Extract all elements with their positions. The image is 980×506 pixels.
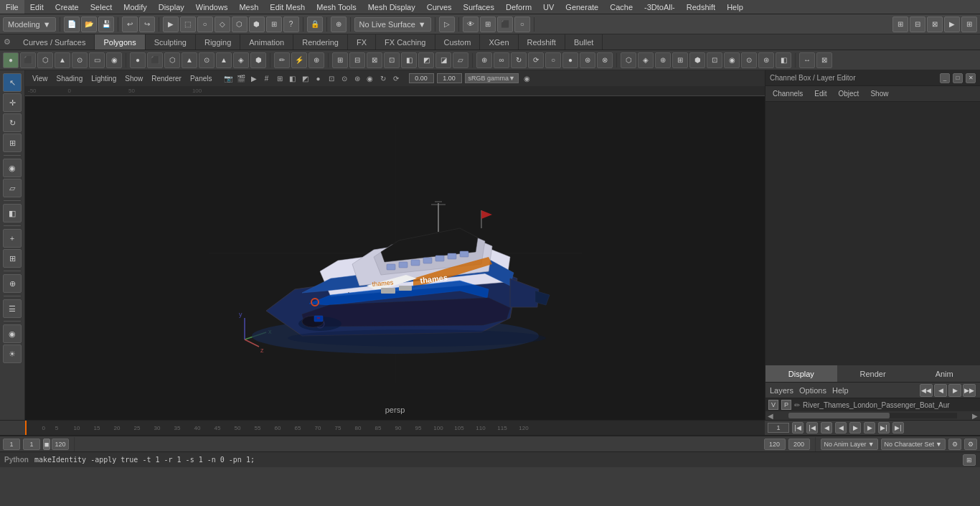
anim4-btn[interactable]: ⊡ [384,52,400,68]
timeline-ruler[interactable]: 0 5 10 15 20 25 30 35 40 45 50 55 60 65 … [0,420,980,436]
render2-btn[interactable]: 👁 [463,17,479,32]
menu-mesh-display[interactable]: Mesh Display [362,0,421,14]
paint-tool-btn[interactable]: ☰ [3,299,22,318]
no-anim-layer-dropdown[interactable]: No Anim Layer ▼ [821,439,878,450]
mirror2-btn[interactable]: ⊠ [816,52,832,68]
layer-prev-btn[interactable]: ◀◀ [920,384,933,397]
go-end-btn[interactable]: ▶| [892,422,904,434]
go-start-btn[interactable]: |◀ [792,422,804,434]
shape4-btn[interactable]: ⬡ [164,52,180,68]
translate-field[interactable] [409,73,434,83]
cam2-icon[interactable]: 🎬 [235,72,247,84]
snap-btn[interactable]: ◉ [3,159,22,177]
menu-edit-mesh[interactable]: Edit Mesh [264,0,311,14]
plane-btn[interactable]: ▭ [89,52,105,68]
history-btn[interactable]: ◧ [3,204,22,222]
timeline-track[interactable]: 0 5 10 15 20 25 30 35 40 45 50 55 60 65 … [25,421,765,435]
component-btn[interactable]: ⊕ [3,274,22,293]
menu-cache[interactable]: Cache [604,0,639,14]
region-icon[interactable]: ↻ [377,72,389,84]
shape9-btn[interactable]: ⬢ [250,52,266,68]
menu-curves[interactable]: Curves [421,0,458,14]
cone-btn[interactable]: ▲ [55,52,70,68]
play-back-btn[interactable]: ◀ [835,422,847,434]
lasso-btn[interactable]: ⬚ [180,17,196,32]
tool2-btn[interactable]: ⬡ [232,17,248,32]
layout-btn2[interactable]: ⊟ [910,17,925,32]
tab-sculpting[interactable]: Sculpting [146,34,196,50]
layout-btn1[interactable]: ⊞ [892,17,908,32]
mirror1-btn[interactable]: ↔ [799,52,815,68]
playback-end-input[interactable] [764,439,786,450]
camera-btn[interactable]: ◉ [3,324,22,343]
paint-btn[interactable]: ○ [197,17,213,32]
fps-input[interactable] [788,439,810,450]
scroll-track[interactable] [788,413,957,418]
tab-anim[interactable]: Anim [908,365,980,382]
channel-minimize-btn[interactable]: _ [940,73,950,83]
layout-btn5[interactable]: ⊞ [961,17,977,32]
no-live-surface-dropdown[interactable]: No Live Surface ▼ [354,17,431,32]
cylinder-btn[interactable]: ⬡ [37,52,53,68]
tab-bullet[interactable]: Bullet [565,34,603,50]
layer-fwd-btn[interactable]: ▶ [948,384,961,397]
isolate-icon[interactable]: ⊛ [352,72,363,84]
scroll-right-arrow[interactable]: ▶ [970,411,980,420]
move-tool-btn[interactable]: ✛ [3,93,22,112]
cube-btn[interactable]: ⬛ [20,52,36,68]
modifier4-btn[interactable]: ⟳ [528,52,544,68]
shape5-btn[interactable]: ▲ [182,52,197,68]
layer-edit-icon[interactable]: ✏ [794,401,800,409]
menu-uv[interactable]: UV [537,0,560,14]
rotate-tool-btn[interactable]: ↻ [3,113,22,132]
python-command[interactable]: makeIdentity -apply true -t 1 -r 1 -s 1 … [34,456,957,464]
python-expand-btn[interactable]: ⊞ [963,454,976,466]
frame-icon[interactable]: ◉ [364,72,376,84]
scale-tool-btn[interactable]: ⊞ [3,133,22,152]
end-frame-input[interactable] [52,439,69,450]
modifier2-btn[interactable]: ∞ [494,52,509,68]
torus-btn[interactable]: ⊙ [72,52,88,68]
shape6-btn[interactable]: ⊙ [199,52,215,68]
edit1-btn[interactable]: ✏ [274,52,290,68]
disk-btn[interactable]: ◉ [106,52,122,68]
bc-settings-btn[interactable]: ⚙ [964,439,977,450]
tab-polygons[interactable]: Polygons [95,34,145,50]
deform10-btn[interactable]: ◧ [776,52,791,68]
menu-generate[interactable]: Generate [560,0,604,14]
render1-btn[interactable]: ▷ [439,17,455,32]
tool5-btn[interactable]: ? [283,17,299,32]
anim2-btn[interactable]: ⊟ [349,52,365,68]
anim6-btn[interactable]: ◩ [418,52,434,68]
menu-select[interactable]: Select [85,0,118,14]
undo-btn[interactable]: ↩ [122,17,138,32]
shade3-icon[interactable]: ● [313,72,324,84]
menu-windows[interactable]: Windows [190,0,234,14]
group-btn[interactable]: ⊞ [3,249,22,268]
shape7-btn[interactable]: ▲ [216,52,232,68]
color-icon[interactable]: ◉ [522,72,533,84]
menu-redshift[interactable]: Redshift [681,0,721,14]
show-menu[interactable]: Show [122,75,146,83]
scale-field[interactable] [437,73,462,83]
menu-3dtall[interactable]: -3DtoAll- [639,0,681,14]
options-item[interactable]: Options [799,386,826,395]
save-file-btn[interactable]: 💾 [98,17,114,32]
tab-settings-btn[interactable]: ⚙ [0,35,14,50]
modifier1-btn[interactable]: ⊕ [476,52,492,68]
channel-maximize-btn[interactable]: □ [953,73,963,83]
hud-icon[interactable]: ⊡ [326,72,337,84]
lighting-menu[interactable]: Lighting [88,75,119,83]
end-frame-icon[interactable]: ■ [43,439,50,450]
tool4-btn[interactable]: ⊞ [266,17,282,32]
modifier6-btn[interactable]: ● [562,52,578,68]
shade-icon[interactable]: ◧ [287,72,298,84]
anim5-btn[interactable]: ◧ [401,52,417,68]
deform4-btn[interactable]: ⊞ [672,52,688,68]
layer-playback-box[interactable]: P [781,400,791,410]
menu-create[interactable]: Create [50,0,85,14]
anim1-btn[interactable]: ⊞ [332,52,348,68]
layers-item[interactable]: Layers [770,386,793,395]
layer-visibility-box[interactable]: V [768,400,778,410]
edit3-btn[interactable]: ⊕ [308,52,324,68]
